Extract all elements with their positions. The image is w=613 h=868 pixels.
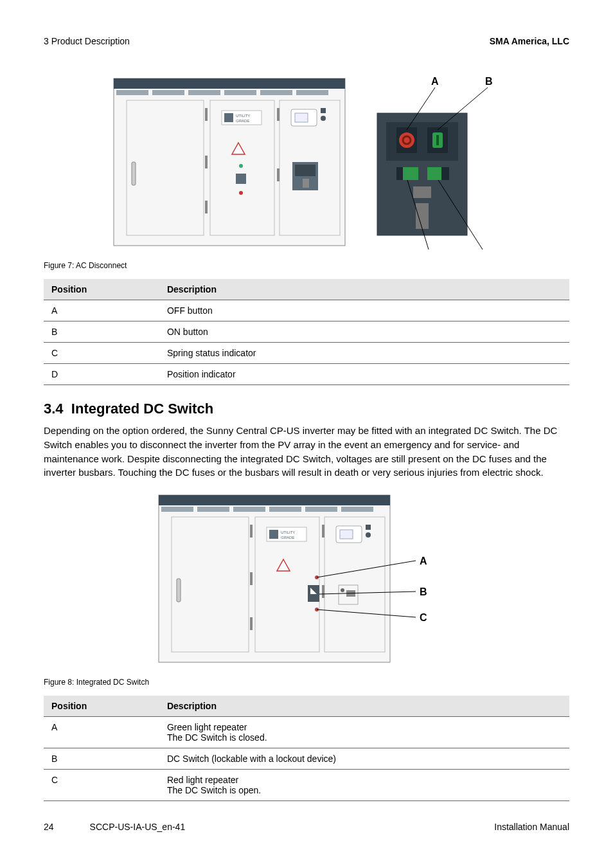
svg-rect-59 (250, 525, 253, 538)
svg-rect-37 (436, 135, 439, 145)
cell-line: The DC Switch is open. (167, 785, 562, 795)
svg-rect-48 (159, 495, 390, 662)
svg-rect-1 (114, 78, 345, 89)
svg-rect-6 (260, 90, 292, 95)
figure-8: UTILITY GRADE A (44, 489, 569, 669)
grade-text: GRADE (236, 119, 249, 123)
label-D: D (423, 251, 431, 252)
svg-point-33 (399, 132, 414, 148)
svg-rect-28 (295, 165, 315, 176)
svg-rect-69 (366, 525, 371, 530)
label-C2: C (420, 612, 427, 623)
table-row: DPosition indicator (44, 364, 569, 385)
utility-text-2: UTILITY (281, 530, 295, 534)
table-dc-switch: Position Description A Green light repea… (44, 696, 569, 801)
svg-rect-64 (177, 579, 181, 602)
svg-rect-11 (205, 108, 208, 121)
header-right: SMA America, LLC (490, 36, 569, 46)
svg-rect-29 (303, 179, 309, 188)
svg-rect-63 (322, 585, 324, 598)
svg-rect-2 (116, 90, 148, 95)
label-B: B (485, 76, 493, 87)
table-row: B DC Switch (lockable with a lockout dev… (44, 748, 569, 770)
figure-7-caption: Figure 7: AC Disconnect (44, 261, 569, 270)
svg-rect-13 (205, 201, 208, 213)
figure-8-caption: Figure 8: Integrated DC Switch (44, 678, 569, 687)
svg-rect-12 (205, 156, 208, 168)
svg-rect-60 (250, 572, 253, 585)
table-row: A Green light repeater The DC Switch is … (44, 717, 569, 748)
section-title: Integrated DC Switch (71, 401, 213, 417)
svg-rect-66 (269, 530, 278, 539)
svg-rect-49 (159, 495, 390, 505)
svg-rect-3 (152, 90, 184, 95)
page-number: 24 (44, 822, 54, 832)
table-row: BON button (44, 321, 569, 343)
svg-rect-52 (233, 507, 265, 512)
svg-rect-50 (161, 507, 193, 512)
table1-header-description: Description (159, 279, 569, 300)
svg-point-70 (366, 532, 371, 538)
footer-right: Installation Manual (494, 822, 569, 832)
section-heading: 3.4 Integrated DC Switch (44, 401, 569, 417)
table-row: C Red light repeater The DC Switch is op… (44, 770, 569, 801)
svg-rect-42 (413, 186, 431, 198)
label-A: A (431, 76, 439, 87)
svg-rect-55 (341, 507, 373, 512)
table-row: CSpring status indicator (44, 343, 569, 364)
section-body: Depending on the option ordered, the Sun… (44, 424, 569, 480)
section-number: 3.4 (44, 401, 64, 417)
table2-header-description: Description (159, 696, 569, 717)
svg-rect-62 (322, 525, 324, 538)
svg-rect-43 (416, 203, 429, 229)
svg-point-76 (341, 588, 344, 592)
svg-rect-16 (132, 162, 136, 185)
svg-rect-21 (321, 108, 326, 113)
label-A2: A (420, 556, 427, 566)
page-footer: 24 SCCP-US-IA-US_en-41 Installation Manu… (44, 822, 569, 832)
cell-line: DC Switch (lockable with a lockout devic… (167, 754, 562, 764)
doc-id: SCCP-US-IA-US_en-41 (90, 822, 186, 832)
svg-rect-41 (441, 167, 449, 180)
svg-rect-39 (396, 167, 403, 180)
grade-text-2: GRADE (281, 536, 294, 539)
svg-rect-61 (250, 617, 253, 630)
table2-header-position: Position (44, 696, 159, 717)
svg-rect-53 (269, 507, 301, 512)
svg-rect-7 (296, 90, 328, 95)
svg-rect-18 (224, 113, 233, 122)
table-ac-disconnect: Position Description AOFF button BON but… (44, 279, 569, 385)
svg-point-24 (239, 164, 243, 168)
header-left: 3 Product Description (44, 36, 130, 46)
svg-rect-68 (340, 530, 353, 539)
svg-rect-51 (197, 507, 229, 512)
page-header: 3 Product Description SMA America, LLC (44, 36, 569, 46)
svg-rect-20 (295, 113, 308, 122)
svg-rect-15 (277, 168, 280, 181)
svg-rect-14 (277, 108, 280, 121)
utility-text: UTILITY (236, 114, 250, 118)
svg-rect-4 (188, 90, 220, 95)
table-row: AOFF button (44, 300, 569, 321)
cell-line: The DC Switch is closed. (167, 732, 562, 743)
label-C: C (479, 251, 486, 252)
cell-line: Green light repeater (167, 722, 562, 732)
svg-rect-25 (236, 174, 246, 184)
cell-line: Red light repeater (167, 775, 562, 785)
svg-rect-54 (305, 507, 337, 512)
svg-rect-5 (224, 90, 256, 95)
svg-point-22 (321, 116, 326, 121)
figure-7: UTILITY GRADE (44, 72, 569, 252)
svg-point-26 (239, 191, 243, 195)
table1-header-position: Position (44, 279, 159, 300)
label-B2: B (420, 586, 427, 597)
